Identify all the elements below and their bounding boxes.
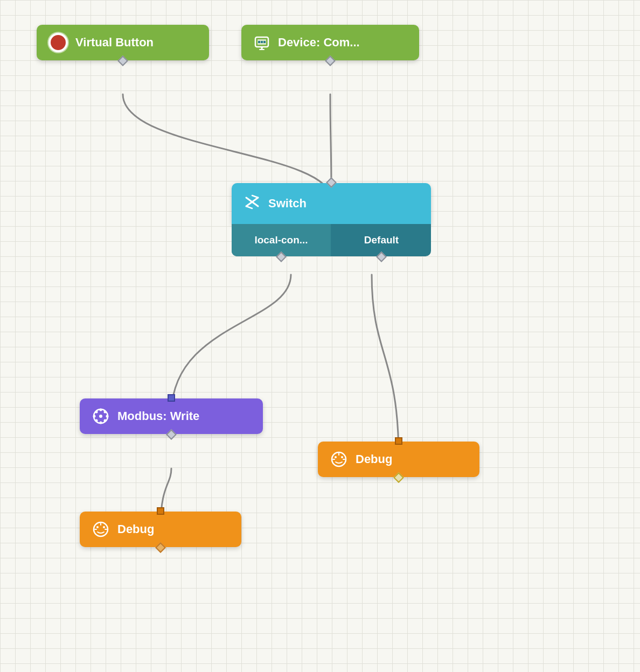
switch-icon [244, 193, 261, 214]
svg-rect-5 [261, 41, 263, 43]
debug-left-node[interactable]: Debug [80, 512, 241, 547]
svg-rect-6 [263, 41, 266, 43]
device-com-output-port[interactable] [325, 55, 336, 66]
debug-left-input-port[interactable] [157, 507, 164, 515]
svg-point-17 [104, 419, 107, 422]
switch-output-right-label: Default [364, 234, 399, 246]
modbus-write-label: Modbus: Write [117, 409, 199, 423]
svg-point-15 [106, 415, 109, 418]
switch-node[interactable]: Switch [232, 183, 431, 224]
switch-right-output-port[interactable] [376, 251, 387, 262]
svg-rect-3 [259, 49, 265, 50]
debug-right-icon [330, 450, 348, 468]
modbus-write-input-port[interactable] [168, 394, 175, 402]
virtual-button-label: Virtual Button [75, 36, 154, 50]
svg-point-18 [104, 411, 107, 414]
record-icon [48, 33, 68, 52]
svg-point-16 [95, 411, 98, 414]
device-com-node[interactable]: Device: Com... [241, 25, 419, 60]
device-icon [253, 34, 270, 51]
switch-output-default[interactable]: Default [332, 224, 431, 256]
debug-right-label: Debug [356, 452, 392, 466]
switch-label: Switch [268, 197, 307, 211]
debug-left-output-port[interactable] [155, 542, 166, 553]
svg-rect-4 [258, 41, 260, 43]
virtual-button-node[interactable]: Virtual Button [37, 25, 209, 60]
modbus-write-node[interactable]: Modbus: Write [80, 398, 263, 434]
svg-point-28 [335, 456, 337, 458]
debug-right-input-port[interactable] [395, 437, 402, 445]
svg-point-13 [100, 422, 102, 424]
svg-point-19 [95, 419, 98, 422]
switch-outputs-bar: local-con... Default [232, 224, 431, 256]
switch-output-local[interactable]: local-con... [232, 224, 331, 256]
modbus-write-output-port[interactable] [166, 429, 177, 440]
svg-line-10 [246, 206, 252, 208]
switch-left-output-port[interactable] [276, 251, 287, 262]
debug-left-icon [92, 520, 110, 538]
svg-point-12 [100, 409, 102, 411]
debug-right-output-port[interactable] [393, 472, 404, 483]
switch-output-left-label: local-con... [254, 234, 308, 246]
svg-point-22 [96, 526, 99, 528]
svg-point-14 [93, 415, 96, 418]
connections-layer [0, 0, 640, 672]
switch-input-port[interactable] [326, 177, 337, 188]
svg-line-9 [252, 195, 258, 198]
modbus-icon [92, 407, 110, 425]
virtual-button-output-port[interactable] [117, 55, 128, 66]
svg-point-23 [103, 526, 105, 528]
device-com-label: Device: Com... [278, 36, 360, 50]
debug-right-node[interactable]: Debug [318, 442, 479, 477]
svg-point-29 [341, 456, 343, 458]
svg-point-20 [99, 415, 102, 418]
flow-canvas[interactable]: Virtual Button Device: Com... [0, 0, 640, 672]
debug-left-label: Debug [117, 522, 154, 536]
svg-point-2 [261, 47, 263, 49]
